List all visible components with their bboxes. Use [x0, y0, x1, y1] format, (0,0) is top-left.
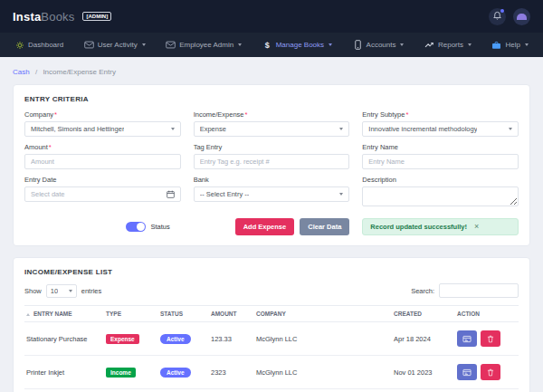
nav-label: Dashboard: [28, 41, 63, 49]
table-row: Stationary Purchase Expense Active 123.3…: [24, 322, 519, 356]
cell-amount: 2323: [209, 356, 254, 389]
edit-button[interactable]: [457, 364, 477, 380]
income-expense-select-value: Expense: [200, 125, 226, 133]
description-label: Description: [362, 176, 396, 184]
page-size-value: 10: [51, 287, 58, 295]
field-entry-date: Entry Date: [24, 176, 181, 210]
income-expense-list-card: INCOME/EXPENSE LIST Show 10 entries Sear…: [13, 257, 530, 392]
nav-item-dashboard[interactable]: Dashboard: [14, 40, 63, 50]
entry-subtype-label: Entry Subtype: [362, 110, 405, 119]
chevron-down-icon: [339, 128, 343, 130]
chevron-down-icon: [339, 193, 343, 196]
company-select-value: Mitchell, Simonis and Hettinger: [31, 125, 124, 133]
nav-label: User Activity: [98, 41, 138, 49]
tag-entry-label: Tag Entry: [194, 143, 223, 151]
entry-name-label: Entry Name: [362, 143, 398, 151]
page-size-select[interactable]: 10: [46, 284, 77, 298]
delete-button[interactable]: [481, 330, 500, 347]
chevron-down-icon: [142, 43, 146, 46]
main-nav: Dashboard User Activity Employee Admin $…: [0, 33, 543, 57]
field-entry-subtype: Entry Subtype* Innovative incremental me…: [362, 110, 519, 137]
company-select[interactable]: Mitchell, Simonis and Hettinger: [24, 121, 181, 137]
success-alert: Record updated successfully! ×: [362, 218, 519, 235]
top-header: Insta Books [ADMIN]: [0, 0, 543, 33]
cell-company: McGlynn LLC: [254, 322, 392, 356]
trend-up-icon: [424, 40, 434, 50]
brand-logo[interactable]: Insta Books [ADMIN]: [13, 10, 111, 24]
user-menu-button[interactable]: [513, 8, 530, 25]
cell-entry-name: Stationary Purchase: [24, 322, 104, 356]
nav-item-help[interactable]: Help: [491, 40, 528, 50]
close-icon[interactable]: ×: [474, 223, 479, 231]
nav-item-employee-admin[interactable]: Employee Admin: [166, 40, 242, 50]
description-textarea[interactable]: [362, 186, 519, 206]
sort-up-icon: [26, 313, 30, 316]
dollar-icon: $: [262, 40, 272, 50]
breadcrumb-separator: /: [35, 68, 37, 76]
chevron-down-icon: [525, 43, 529, 46]
field-bank: Bank -- Select Entry --: [194, 176, 350, 210]
entry-subtype-select-value: Innovative incremental methodology: [368, 125, 477, 133]
field-description: Description: [362, 176, 519, 210]
type-badge: Expense: [106, 334, 139, 344]
column-header-type[interactable]: TYPE: [104, 306, 158, 322]
cell-created: Apr 18 2024: [392, 322, 455, 356]
status-badge: Active: [160, 368, 191, 378]
cell-created: Nov 01 2023: [392, 356, 455, 389]
required-mark: *: [54, 110, 57, 119]
chevron-down-icon: [468, 43, 472, 46]
company-label: Company: [24, 110, 53, 119]
delete-button[interactable]: [481, 364, 500, 380]
chevron-down-icon: [329, 43, 332, 46]
required-mark: *: [49, 143, 52, 151]
trash-icon: [487, 366, 494, 379]
amount-label: Amount: [24, 143, 48, 151]
table-header-row: ENTRY NAME TYPE STATUS AMOUNT COMPANY CR…: [24, 306, 519, 322]
nav-item-user-activity[interactable]: User Activity: [84, 40, 146, 50]
tag-entry-input[interactable]: [200, 158, 344, 166]
trash-icon: [487, 332, 494, 346]
nav-item-reports[interactable]: Reports: [424, 40, 472, 50]
nav-item-manage-books[interactable]: $ Manage Books: [262, 40, 332, 50]
page-size-group: Show 10 entries: [24, 284, 101, 298]
amount-input[interactable]: [31, 158, 175, 166]
entry-date-input[interactable]: [31, 190, 167, 198]
page-content: Cash / Income/Expense Entry ENTRY CRITER…: [0, 57, 543, 392]
add-expense-button[interactable]: Add Expense: [235, 218, 295, 235]
tablet-icon: [353, 40, 363, 50]
table-row: Printer Inkjet Income Active 2323 McGlyn…: [24, 356, 519, 389]
column-header-status[interactable]: STATUS: [158, 306, 209, 322]
column-header-created[interactable]: CREATED: [392, 306, 455, 322]
column-header-amount[interactable]: AMOUNT: [209, 306, 254, 322]
nav-label: Employee Admin: [179, 41, 233, 49]
entry-date-label: Entry Date: [24, 176, 56, 184]
avatar-icon: [513, 13, 530, 20]
form-buttons: Add Expense Clear Data: [194, 218, 350, 235]
search-input[interactable]: [445, 287, 512, 295]
calendar-icon[interactable]: [167, 190, 175, 198]
required-mark: *: [245, 110, 248, 119]
breadcrumb-current: Income/Expense Entry: [43, 68, 115, 76]
chevron-down-icon: [69, 290, 72, 292]
status-toggle[interactable]: [126, 222, 146, 232]
column-header-action: ACTION: [455, 306, 519, 322]
entry-name-input[interactable]: [368, 158, 512, 166]
notifications-button[interactable]: [489, 8, 506, 25]
clear-data-button[interactable]: Clear Data: [300, 218, 349, 235]
column-header-entry-name[interactable]: ENTRY NAME: [24, 306, 104, 322]
bank-select[interactable]: -- Select Entry --: [194, 186, 350, 202]
entry-subtype-select[interactable]: Innovative incremental methodology: [362, 121, 519, 137]
field-entry-name: Entry Name: [362, 143, 519, 169]
chevron-down-icon: [509, 128, 512, 130]
nav-label: Help: [505, 41, 519, 49]
edit-button[interactable]: [457, 330, 477, 347]
income-expense-select[interactable]: Expense: [194, 121, 350, 137]
nav-item-accounts[interactable]: Accounts: [353, 40, 405, 50]
entry-criteria-card: ENTRY CRITERIA Company* Mitchell, Simoni…: [13, 84, 530, 246]
search-group: Search:: [411, 283, 519, 298]
chevron-down-icon: [400, 43, 404, 46]
envelope-icon: [166, 40, 176, 50]
column-header-company[interactable]: COMPANY: [254, 306, 392, 322]
chevron-down-icon: [171, 128, 175, 130]
breadcrumb-link-cash[interactable]: Cash: [13, 68, 30, 76]
